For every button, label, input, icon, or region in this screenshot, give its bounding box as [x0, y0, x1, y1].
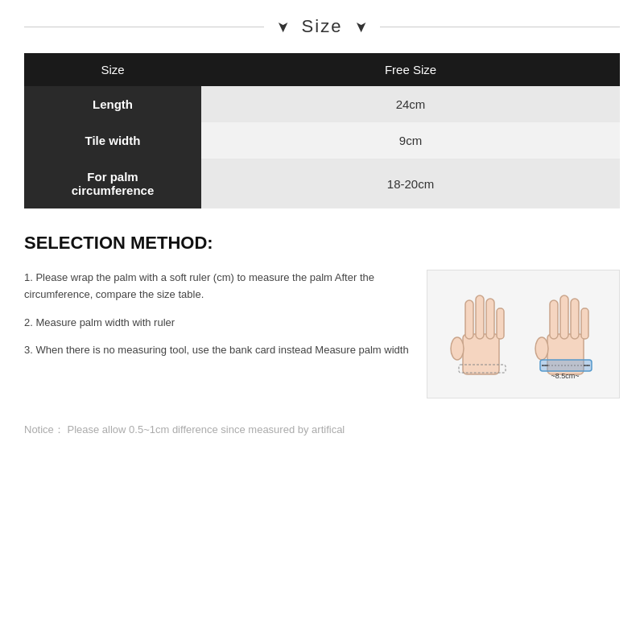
svg-text:~8.5cm~: ~8.5cm~	[551, 372, 579, 380]
selection-content: 1. Please wrap the palm with a soft rule…	[24, 270, 620, 398]
hand-measurement-image: ~8.5cm~	[427, 270, 620, 398]
svg-rect-4	[486, 299, 494, 339]
table-cell-value: 18-20cm	[201, 159, 620, 208]
title-section: ➤ Size ➤	[24, 16, 620, 37]
table-cell-value: 9cm	[201, 122, 620, 159]
svg-rect-12	[581, 308, 588, 339]
svg-rect-3	[476, 295, 484, 339]
svg-rect-10	[560, 295, 568, 339]
table-header-row: Size Free Size	[24, 53, 620, 86]
svg-rect-9	[550, 300, 558, 339]
notice-text: Notice： Please allow 0.5~1cm difference …	[24, 423, 620, 437]
table-header-free-size: Free Size	[201, 53, 620, 86]
table-cell-value: 24cm	[201, 86, 620, 122]
table-cell-label: For palm circumference	[24, 159, 201, 208]
chevron-down-icon-right: ➤	[353, 21, 370, 33]
chevron-down-icon-left: ➤	[274, 21, 291, 33]
table-header-size: Size	[24, 53, 201, 86]
svg-point-1	[451, 337, 464, 360]
table-cell-label: Length	[24, 86, 201, 122]
table-cell-label: Tile width	[24, 122, 201, 159]
title-line-right	[380, 27, 620, 27]
hand-illustration-svg: ~8.5cm~	[435, 274, 612, 394]
page-container: ➤ Size ➤ Size Free Size Length24cmTile w…	[0, 0, 644, 644]
selection-step-1: 1. Please wrap the palm with a soft rule…	[24, 270, 411, 303]
selection-title: SELECTION METHOD:	[24, 233, 620, 254]
selection-section: SELECTION METHOD: 1. Please wrap the pal…	[24, 233, 620, 398]
svg-point-8	[535, 337, 548, 360]
notice-section: Notice： Please allow 0.5~1cm difference …	[24, 423, 620, 437]
page-title: Size	[302, 16, 343, 37]
svg-rect-11	[571, 299, 579, 339]
table-row: Tile width9cm	[24, 122, 620, 159]
svg-rect-5	[497, 308, 504, 339]
svg-rect-0	[463, 334, 499, 374]
selection-text: 1. Please wrap the palm with a soft rule…	[24, 270, 411, 370]
selection-step-3: 3. When there is no measuring tool, use …	[24, 342, 411, 359]
size-table: Size Free Size Length24cmTile width9cmFo…	[24, 53, 620, 208]
table-row: For palm circumference18-20cm	[24, 159, 620, 208]
title-line-left	[24, 27, 264, 27]
table-row: Length24cm	[24, 86, 620, 122]
svg-rect-2	[465, 300, 473, 339]
selection-step-2: 2. Measure palm width with ruler	[24, 315, 411, 332]
